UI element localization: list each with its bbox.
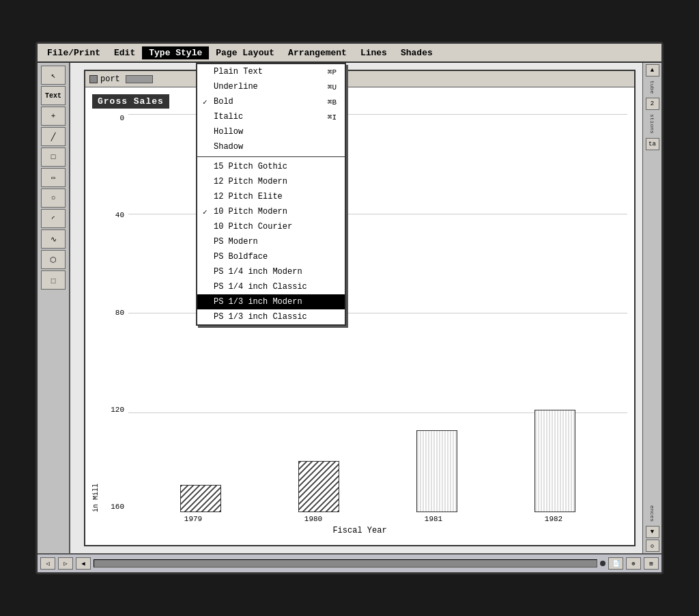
select-tool[interactable]: ⬚: [41, 270, 66, 290]
menu-item-12-pitch-modern[interactable]: 12 Pitch Modern: [197, 174, 345, 189]
right-label-ences: ences: [649, 505, 655, 522]
type-style-dropdown: Plain Text P Underline U Bold B Italic I…: [196, 63, 346, 326]
menu-item-italic[interactable]: Italic I: [197, 109, 345, 124]
bar-group-1980: [298, 461, 339, 512]
y-label-80: 80: [101, 309, 124, 317]
x-label-1982: 1982: [545, 515, 562, 523]
x-label-1980: 1980: [304, 515, 322, 523]
menu-page-layout[interactable]: Page Layout: [209, 46, 281, 59]
line-tool[interactable]: ╱: [41, 127, 66, 146]
x-axis-labels: 1979 1980 1981 1982: [92, 512, 627, 523]
main-screen: File/Print Edit Type Style Page Layout A…: [35, 42, 664, 574]
chart-graph-area: in Mill 160 120 80 40 0: [92, 114, 627, 538]
menu-file-print[interactable]: File/Print: [40, 46, 107, 59]
status-bar: ◁ ▷ ◀ 📄 ⊕ ⊞: [38, 553, 661, 572]
y-axis-labels: 160 120 80 40 0: [101, 114, 128, 512]
status-dot: [600, 561, 605, 566]
menu-item-15-pitch-gothic[interactable]: 15 Pitch Gothic: [197, 159, 345, 174]
menu-type-style[interactable]: Type Style: [142, 46, 209, 59]
menu-item-10-pitch-modern[interactable]: 10 Pitch Modern: [197, 204, 345, 219]
scroll-btn-ta[interactable]: ta: [646, 138, 659, 150]
scroll-corner-button[interactable]: ◇: [646, 540, 659, 552]
bar-group-1982: [534, 410, 575, 512]
menu-item-ps-modern[interactable]: PS Modern: [197, 234, 345, 249]
menu-arrangement[interactable]: Arrangement: [281, 46, 354, 59]
menu-item-ps-14-modern[interactable]: PS 1/4 inch Modern: [197, 264, 345, 279]
chart-header-label: Gross Sales: [92, 94, 169, 109]
menu-item-10-pitch-courier[interactable]: 10 Pitch Courier: [197, 219, 345, 234]
menu-item-plain-text[interactable]: Plain Text P: [197, 64, 345, 79]
menu-shades[interactable]: Shades: [394, 46, 440, 59]
bar-1981: [416, 430, 457, 512]
y-label-160: 160: [101, 503, 124, 511]
status-btn-left[interactable]: ◁: [40, 557, 55, 570]
status-btn-zoom[interactable]: ⊕: [626, 557, 641, 570]
round-rect-tool[interactable]: ▭: [41, 168, 66, 187]
chart-title-bar: port: [85, 71, 634, 87]
y-label-0: 0: [101, 114, 124, 122]
bar-1980: [298, 461, 339, 512]
scroll-track[interactable]: [94, 559, 597, 568]
bar-group-1979: [180, 485, 221, 512]
status-btn-grid[interactable]: ⊞: [644, 557, 659, 570]
status-btn-play[interactable]: ▷: [58, 557, 73, 570]
bar-1979: [180, 485, 221, 512]
crosshair-tool[interactable]: +: [41, 107, 66, 126]
right-label-stions: stions: [649, 114, 655, 134]
y-label-120: 120: [101, 406, 124, 414]
toolbar: ↖ Text + ╱ □ ▭ ○ ◜ ∿ ⬡ ⬚: [38, 63, 70, 553]
status-btn-back[interactable]: ◀: [76, 557, 91, 570]
y-label-40: 40: [101, 211, 124, 219]
menu-item-ps-13-modern[interactable]: PS 1/3 inch Modern: [197, 294, 345, 309]
scroll-btn-2[interactable]: 2: [646, 98, 659, 110]
menu-edit[interactable]: Edit: [107, 46, 142, 59]
chart-title: port: [100, 74, 120, 84]
menu-item-underline[interactable]: Underline U: [197, 79, 345, 94]
menu-item-shadow[interactable]: Shadow: [197, 139, 345, 154]
menu-lines[interactable]: Lines: [354, 46, 394, 59]
cursor-tool[interactable]: ↖: [41, 66, 66, 85]
main-area: ↖ Text + ╱ □ ▭ ○ ◜ ∿ ⬡ ⬚ port: [38, 63, 661, 553]
oval-tool[interactable]: ○: [41, 188, 66, 208]
status-btn-doc[interactable]: 📄: [608, 557, 623, 570]
arc-tool[interactable]: ◜: [41, 209, 66, 228]
y-axis-title: in Mill: [92, 114, 100, 512]
x-axis-title: Fiscal Year: [92, 523, 627, 538]
chart-close-button[interactable]: [89, 75, 98, 83]
bar-1982: [534, 410, 575, 512]
chart-window: port Gross Sales in Mill 160: [84, 70, 636, 546]
x-label-1981: 1981: [425, 515, 442, 523]
menu-separator-1: [197, 156, 345, 157]
bar-group-1981: [416, 430, 457, 512]
right-label-tube: tube: [649, 81, 655, 94]
document-area: port Gross Sales in Mill 160: [70, 63, 642, 553]
rect-tool[interactable]: □: [41, 148, 66, 167]
chart-body: Gross Sales in Mill 160 120 80: [85, 87, 634, 545]
menu-item-12-pitch-elite[interactable]: 12 Pitch Elite: [197, 189, 345, 204]
x-label-1979: 1979: [184, 515, 202, 523]
menu-item-ps-14-classic[interactable]: PS 1/4 inch Classic: [197, 279, 345, 294]
menu-item-ps-13-classic[interactable]: PS 1/3 inch Classic: [197, 309, 345, 324]
menu-bar: File/Print Edit Type Style Page Layout A…: [38, 44, 661, 63]
scroll-down-button[interactable]: ▼: [646, 526, 659, 538]
scroll-up-button[interactable]: ▲: [646, 64, 659, 76]
menu-item-ps-boldface[interactable]: PS Boldface: [197, 249, 345, 264]
menu-item-bold[interactable]: Bold B: [197, 94, 345, 109]
text-tool[interactable]: Text: [41, 86, 66, 105]
right-panel: ▲ tube 2 stions ta ences ▼ ◇: [642, 63, 661, 553]
freehand-tool[interactable]: ∿: [41, 229, 66, 249]
menu-item-hollow[interactable]: Hollow: [197, 124, 345, 139]
polygon-tool[interactable]: ⬡: [41, 250, 66, 269]
